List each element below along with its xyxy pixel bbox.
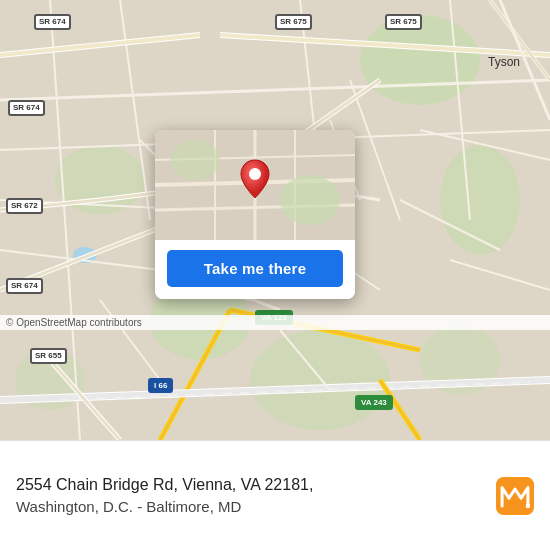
svg-point-65 (249, 168, 261, 180)
sr655-shield: SR 655 (30, 348, 67, 364)
sr674-shield-1: SR 674 (34, 14, 71, 30)
svg-point-64 (170, 140, 220, 180)
svg-point-67 (526, 503, 531, 508)
bottom-bar: 2554 Chain Bridge Rd, Vienna, VA 22181, … (0, 440, 550, 550)
take-me-there-button[interactable]: Take me there (167, 250, 343, 287)
attribution-text: © OpenStreetMap contributors (6, 317, 142, 328)
attribution-bar: © OpenStreetMap contributors (0, 315, 550, 330)
popup-map-section (155, 130, 355, 240)
address-line1: 2554 Chain Bridge Rd, Vienna, VA 22181, (16, 474, 484, 496)
sr674-shield-2: SR 674 (8, 100, 45, 116)
i66-shield: I 66 (148, 378, 173, 393)
sr674-shield-3: SR 674 (6, 278, 43, 294)
svg-point-63 (280, 175, 340, 225)
sr675-shield-1: SR 675 (275, 14, 312, 30)
svg-point-4 (250, 330, 390, 430)
popup-button-section: Take me there (155, 240, 355, 299)
va243-shield: VA 243 (355, 395, 393, 410)
address-text: 2554 Chain Bridge Rd, Vienna, VA 22181, … (16, 474, 484, 517)
map-container: SR 674 SR 675 SR 675 SR 674 SR 672 SR 67… (0, 0, 550, 440)
tyson-label: Tyson (488, 55, 520, 69)
address-line2: Washington, D.C. - Baltimore, MD (16, 496, 484, 517)
svg-point-2 (440, 145, 520, 255)
moovit-logo (496, 477, 534, 515)
sr675-shield-2: SR 675 (385, 14, 422, 30)
moovit-icon (496, 477, 534, 515)
popup-card: Take me there (155, 130, 355, 299)
sr672-shield: SR 672 (6, 198, 43, 214)
location-pin (237, 158, 273, 194)
